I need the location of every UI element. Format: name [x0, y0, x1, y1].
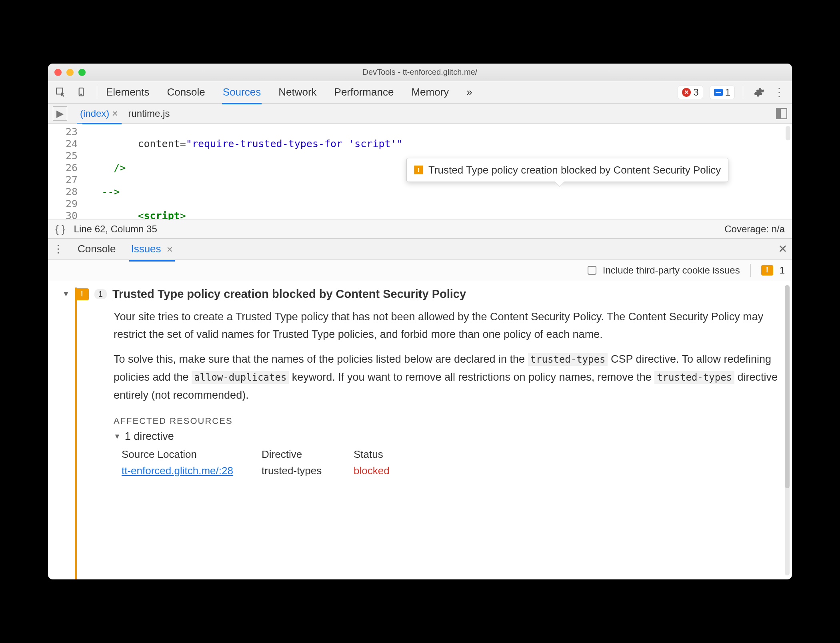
- device-icon[interactable]: [73, 84, 89, 100]
- inspect-icon[interactable]: [53, 84, 69, 100]
- col-status: Status: [354, 448, 426, 461]
- drawer-tabbar: ⋯ Console Issues ✕ ✕: [48, 239, 792, 260]
- svg-point-2: [81, 94, 82, 95]
- issues-toolbar: Include third-party cookie issues ! 1: [48, 260, 792, 281]
- separator: [743, 86, 743, 99]
- source-editor[interactable]: 2324252627282930 content="require-truste…: [48, 124, 792, 220]
- tab-memory[interactable]: Memory: [410, 82, 450, 102]
- gear-icon[interactable]: [751, 84, 767, 100]
- tab-more[interactable]: »: [466, 82, 473, 102]
- scrollbar-thumb[interactable]: [786, 126, 790, 140]
- pretty-print-icon[interactable]: { }: [55, 223, 65, 236]
- navigator-toggle-icon[interactable]: ▶: [53, 106, 67, 121]
- drawer-tab-issues[interactable]: Issues ✕: [129, 240, 174, 258]
- col-source: Source Location: [122, 448, 262, 461]
- affected-resources-heading: AFFECTED RESOURCES: [114, 416, 784, 426]
- kebab-menu-icon[interactable]: ⋮: [771, 84, 787, 100]
- expand-icon[interactable]: ▼: [62, 290, 70, 298]
- issue-title: Trusted Type policy creation blocked by …: [112, 288, 466, 301]
- errors-count: 3: [693, 87, 698, 98]
- code-content[interactable]: content="require-trusted-types-for 'scri…: [82, 124, 792, 220]
- separator: [97, 86, 97, 99]
- close-icon[interactable]: ✕: [112, 109, 118, 118]
- file-tab-label: runtime.js: [128, 108, 170, 119]
- directive-value: trusted-types: [262, 465, 354, 477]
- issue-header[interactable]: ▼ ! 1 Trusted Type policy creation block…: [62, 288, 784, 301]
- window-title: DevTools - tt-enforced.glitch.me/: [48, 68, 792, 77]
- drawer-close-icon[interactable]: ✕: [778, 242, 787, 256]
- drawer-menu-icon[interactable]: ⋯: [52, 244, 65, 255]
- source-link[interactable]: tt-enforced.glitch.me/:28: [122, 465, 262, 477]
- file-tab-label: (index): [80, 108, 109, 119]
- errors-chip[interactable]: ✕ 3: [678, 86, 703, 99]
- issue-count-badge: 1: [94, 289, 107, 299]
- file-tab-bar: ▶ (index) ✕ runtime.js: [48, 104, 792, 124]
- thirdparty-label: Include third-party cookie issues: [603, 265, 740, 276]
- tab-console[interactable]: Console: [166, 82, 206, 102]
- tab-elements[interactable]: Elements: [105, 82, 150, 102]
- tab-sources[interactable]: Sources: [222, 82, 262, 102]
- panel-tabs: Elements Console Sources Network Perform…: [105, 81, 473, 103]
- directive-count: 1 directive: [125, 430, 174, 443]
- main-toolbar: Elements Console Sources Network Perform…: [48, 81, 792, 104]
- issues-warn-count: 1: [780, 265, 785, 276]
- issues-panel: ▼ ! 1 Trusted Type policy creation block…: [48, 281, 792, 579]
- warning-icon: !: [75, 288, 89, 300]
- status-value: blocked: [354, 465, 426, 477]
- coverage-status: Coverage: n/a: [724, 224, 785, 235]
- message-icon: [714, 89, 723, 96]
- file-tab-index[interactable]: (index) ✕: [75, 105, 123, 122]
- col-directive: Directive: [262, 448, 354, 461]
- cursor-position: Line 62, Column 35: [74, 224, 157, 235]
- file-tab-runtime[interactable]: runtime.js: [123, 105, 174, 122]
- tab-network[interactable]: Network: [278, 82, 317, 102]
- tooltip-text: Trusted Type policy creation blocked by …: [428, 164, 721, 176]
- toggle-sidebar-icon[interactable]: [776, 108, 787, 119]
- close-icon[interactable]: ✕: [166, 245, 173, 254]
- error-icon: ✕: [682, 88, 691, 97]
- devtools-window: DevTools - tt-enforced.glitch.me/ Elemen…: [48, 64, 792, 579]
- line-gutter: 2324252627282930: [48, 124, 82, 220]
- messages-chip[interactable]: 1: [710, 86, 735, 99]
- scrollbar-thumb[interactable]: [785, 285, 790, 488]
- issue-description-1: Your site tries to create a Trusted Type…: [114, 308, 784, 343]
- maximize-button[interactable]: [78, 69, 86, 76]
- thirdparty-checkbox[interactable]: [588, 266, 596, 275]
- window-controls: [48, 69, 86, 76]
- warning-icon: !: [761, 265, 773, 276]
- scrollbar[interactable]: [785, 285, 790, 575]
- close-button[interactable]: [54, 69, 62, 76]
- issue-description-2: To solve this, make sure that the names …: [114, 350, 784, 404]
- expand-icon[interactable]: ▼: [114, 432, 121, 441]
- tab-performance[interactable]: Performance: [334, 82, 395, 102]
- warning-icon: !: [414, 166, 423, 174]
- affected-table: Source Location Directive Status tt-enfo…: [122, 448, 784, 477]
- messages-count: 1: [725, 87, 730, 98]
- minimize-button[interactable]: [66, 69, 74, 76]
- editor-statusbar: { } Line 62, Column 35 Coverage: n/a: [48, 220, 792, 239]
- separator: [750, 264, 751, 277]
- drawer-tab-console[interactable]: Console: [76, 240, 117, 258]
- error-tooltip: ! Trusted Type policy creation blocked b…: [406, 158, 728, 182]
- directive-group[interactable]: ▼ 1 directive: [114, 430, 784, 443]
- titlebar: DevTools - tt-enforced.glitch.me/: [48, 64, 792, 81]
